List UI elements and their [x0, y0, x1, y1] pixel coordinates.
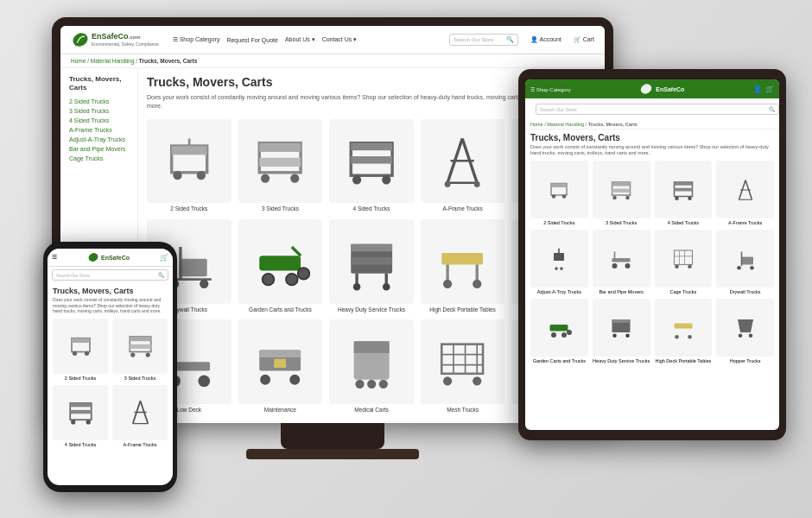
nav-request-quote[interactable]: Request For Quote	[226, 37, 278, 43]
tablet-breadcrumb-category[interactable]: Material Handling	[547, 122, 584, 127]
svg-point-65	[379, 380, 388, 388]
svg-point-85	[562, 194, 567, 199]
tablet-product-3sided[interactable]: 3 Sided Trucks	[593, 161, 650, 225]
tablet-product-4sided[interactable]: 4 Sided Trucks	[655, 161, 713, 225]
svg-point-90	[625, 195, 630, 199]
product-img-4sided	[329, 119, 414, 204]
phone-product-3sided[interactable]: 3 Sided Trucks	[112, 319, 168, 381]
sidebar-item-barpipe[interactable]: Bar and Pipe Movers	[69, 144, 129, 154]
product-maintenance[interactable]: Maintenance	[238, 319, 323, 413]
desktop-navbar: EnSafeCo.com Environmental, Safety, Comp…	[60, 26, 605, 54]
svg-point-15	[382, 175, 390, 184]
svg-rect-83	[551, 183, 567, 187]
phone-cart-icon[interactable]: 🛒	[160, 254, 168, 262]
product-img-highdeck	[421, 219, 505, 304]
svg-rect-8	[259, 158, 301, 167]
product-3sided[interactable]: 3 Sided Trucks	[238, 119, 323, 212]
svg-point-3	[173, 171, 181, 180]
breadcrumb-home[interactable]: Home	[71, 58, 86, 64]
tablet-product-drywall[interactable]: Drywall Trucks	[716, 230, 774, 294]
sidebar-item-2sided[interactable]: 2 Sided Trucks	[69, 97, 129, 106]
nav-menu: ☰ Shop Category Request For Quote About …	[173, 36, 358, 43]
product-name-mesh: Mesh Trucks	[421, 407, 505, 414]
svg-rect-92	[674, 182, 692, 186]
svg-point-130	[748, 334, 752, 338]
tablet-img-3sided	[593, 161, 650, 218]
svg-rect-142	[70, 403, 92, 407]
sidebar-item-adjustatray[interactable]: Adjust-A-Tray Trucks	[69, 135, 129, 144]
product-name-maintenance: Maintenance	[238, 407, 323, 414]
svg-point-121	[567, 330, 572, 335]
tablet-product-2sided[interactable]: 2 Sided Trucks	[530, 161, 588, 225]
svg-rect-57	[259, 351, 301, 358]
sidebar-item-cage[interactable]: Cage Trucks	[69, 154, 129, 163]
tablet-name-2sided: 2 Sided Trucks	[530, 220, 588, 225]
tablet-name-cage: Cage Trucks	[655, 289, 713, 294]
tablet-img-4sided	[655, 161, 713, 218]
search-bar[interactable]: Search Our Store 🔍	[449, 34, 518, 46]
tablet-breadcrumb-home[interactable]: Home	[530, 122, 543, 127]
nav-shop-category[interactable]: ☰ Shop Category	[173, 36, 220, 43]
svg-point-128	[688, 335, 692, 339]
tablet-account-icon[interactable]: 👤	[753, 85, 762, 93]
sidebar-item-3sided[interactable]: 3 Sided Trucks	[69, 106, 129, 116]
tablet-breadcrumb: Home / Material Handling / Trucks, Mover…	[525, 120, 779, 130]
product-img-3sided	[238, 119, 323, 204]
tablet-img-garden	[530, 299, 588, 357]
phone-page-desc: Does your work consist of constantly mov…	[48, 297, 173, 319]
product-name-2sided: 2 Sided Trucks	[147, 205, 232, 212]
phone-product-grid: 2 Sided Trucks 3 Sided Trucks 4 Sided Tr…	[48, 319, 173, 447]
tablet-product-highdeck[interactable]: High Deck Portable Tables	[655, 299, 713, 363]
tablet-icons: 👤 🛒	[753, 85, 774, 93]
product-4sided[interactable]: 4 Sided Trucks	[329, 119, 414, 212]
svg-rect-13	[351, 156, 392, 164]
phone-search-wrapper: Search Our Store 🔍	[48, 267, 173, 283]
svg-point-73	[473, 376, 482, 385]
search-icon: 🔍	[506, 36, 514, 43]
svg-point-48	[443, 279, 452, 287]
tablet-product-cage[interactable]: Cage Trucks	[655, 230, 713, 294]
product-heavyduty[interactable]: Heavy Duty Service Trucks	[329, 219, 414, 313]
nav-about[interactable]: About Us ▾	[285, 36, 315, 43]
tablet-product-garden[interactable]: Garden Carts and Trucks	[530, 299, 588, 363]
product-highdeck[interactable]: High Deck Portable Tables	[421, 219, 505, 313]
product-aframe[interactable]: A-Frame Trucks	[421, 119, 505, 212]
breadcrumb-category[interactable]: Material Handling	[91, 58, 135, 64]
product-2sided[interactable]: 2 Sided Trucks	[147, 119, 232, 212]
product-garden[interactable]: Garden Carts and Trucks	[238, 219, 323, 313]
product-mesh[interactable]: Mesh Trucks	[421, 319, 505, 413]
phone-product-2sided[interactable]: 2 Sided Trucks	[53, 319, 108, 381]
account-link[interactable]: 👤 Account	[530, 36, 561, 43]
cart-link[interactable]: 🛒 Cart	[574, 36, 594, 43]
tablet-search[interactable]: Search Our Store 🔍	[536, 104, 779, 115]
phone-product-aframe[interactable]: A-Frame Trucks	[112, 385, 168, 447]
tablet-product-hopper[interactable]: Hopper Trucks	[716, 299, 774, 363]
tablet-name-adjustatray: Adjust-A-Troy Trucks	[530, 289, 588, 294]
tablet-cart-icon[interactable]: 🛒	[765, 85, 774, 93]
phone-navbar: ☰ EnSafeCo 🛒	[48, 249, 173, 267]
sidebar-item-aframe[interactable]: A-Frame Trucks	[69, 125, 129, 135]
product-medical[interactable]: Medical Carts	[329, 319, 414, 413]
tablet-product-barpipe[interactable]: Bar and Pipe Movers	[593, 230, 650, 294]
phone-search[interactable]: Search Our Store 🔍	[52, 269, 168, 281]
svg-rect-93	[674, 187, 692, 191]
nav-contact[interactable]: Contact Us ▾	[322, 36, 358, 43]
phone-product-4sided[interactable]: 4 Sided Trucks	[53, 385, 108, 447]
svg-point-10	[290, 174, 299, 183]
tablet-name-hopper: Hopper Trucks	[716, 358, 774, 363]
sidebar-item-4sided[interactable]: 4 Sided Trucks	[69, 116, 129, 125]
svg-point-35	[263, 273, 275, 285]
tablet-product-aframe[interactable]: A-Frame Trucks	[716, 161, 774, 225]
tablet-breadcrumb-current: Trucks, Movers, Carts	[588, 122, 638, 127]
tablet-product-adjustatray[interactable]: Adjust-A-Troy Trucks	[530, 230, 588, 294]
tablet-name-highdeck: High Deck Portable Tables	[655, 358, 713, 363]
tablet-screen: ☰ Shop Category EnSafeCo 👤 🛒 Search Our …	[525, 79, 779, 430]
svg-point-144	[71, 420, 75, 424]
tablet-product-grid: 2 Sided Trucks 3 Sided Trucks 4 Sided Tr…	[525, 161, 779, 363]
tablet-shop-icon[interactable]: ☰ Shop Category	[530, 86, 571, 92]
svg-point-89	[612, 195, 617, 199]
phone-menu-icon[interactable]: ☰	[52, 254, 57, 261]
svg-point-20	[445, 181, 451, 187]
tablet-product-heavyduty[interactable]: Heavy Duty Service Trucks	[593, 299, 650, 363]
svg-point-125	[625, 334, 630, 338]
